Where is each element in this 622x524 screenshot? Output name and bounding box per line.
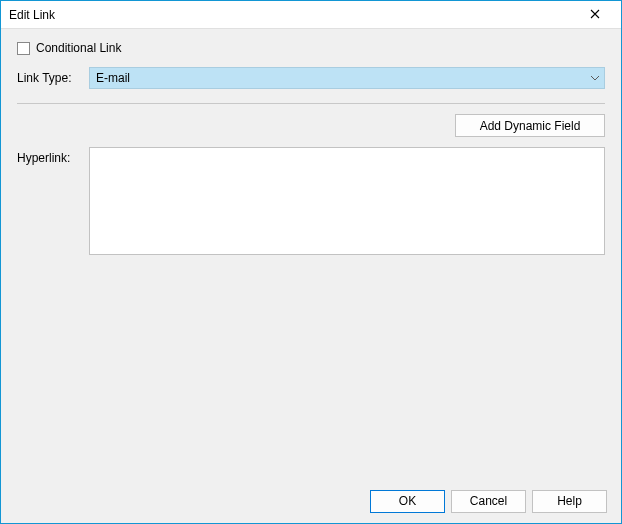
chevron-down-icon [586,68,604,88]
hyperlink-row: Hyperlink: [17,147,605,255]
separator [17,103,605,104]
conditional-link-label: Conditional Link [36,41,121,55]
link-type-row: Link Type: E-mail [17,67,605,89]
hyperlink-label: Hyperlink: [17,147,89,165]
dialog-content: Conditional Link Link Type: E-mail Add D… [1,29,621,479]
dynamic-field-row: Add Dynamic Field [17,114,605,137]
title-bar: Edit Link [1,1,621,29]
close-icon [590,8,600,22]
cancel-button[interactable]: Cancel [451,490,526,513]
conditional-link-checkbox[interactable] [17,42,30,55]
add-dynamic-field-button[interactable]: Add Dynamic Field [455,114,605,137]
link-type-value: E-mail [96,71,130,85]
link-type-label: Link Type: [17,71,89,85]
help-button[interactable]: Help [532,490,607,513]
dialog-title: Edit Link [9,8,575,22]
conditional-link-row: Conditional Link [17,41,605,55]
edit-link-dialog: Edit Link Conditional Link Link Type: E-… [0,0,622,524]
hyperlink-textarea[interactable] [89,147,605,255]
close-button[interactable] [575,3,615,27]
dialog-footer: OK Cancel Help [1,479,621,523]
ok-button[interactable]: OK [370,490,445,513]
link-type-select[interactable]: E-mail [89,67,605,89]
